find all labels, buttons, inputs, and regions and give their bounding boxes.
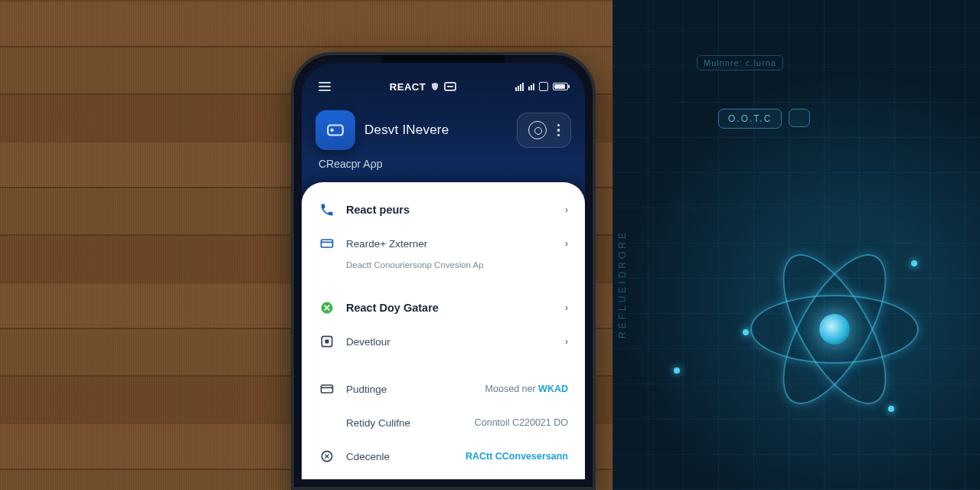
list-item[interactable]: Devetlour › xyxy=(302,325,585,358)
svg-rect-2 xyxy=(322,240,333,247)
more-icon[interactable] xyxy=(557,124,560,137)
module-icon xyxy=(318,333,335,350)
sync-icon xyxy=(318,448,335,465)
content-sheet: React peurs › Rearde+ Zxterner › Deactt … xyxy=(302,182,585,479)
list-item[interactable]: Cdecenle RACtt CConvesersann xyxy=(302,439,585,473)
wallet-icon xyxy=(318,381,335,397)
list-item[interactable]: Retidy Culifne Conntoil C220021 DO xyxy=(302,406,585,439)
chip-label: O.O.T.C xyxy=(718,109,782,129)
list-item-label: Cdecenle xyxy=(346,451,390,462)
decor-label: Mulnnre: c.lurna xyxy=(697,55,783,70)
card-mini-icon xyxy=(444,82,456,91)
app-title: Desvt INevere xyxy=(364,122,449,138)
card-icon xyxy=(318,235,335,252)
header-actions xyxy=(517,113,572,148)
list-item[interactable]: Pudtinge Moosed ner WKAD xyxy=(302,372,585,406)
chip-icon xyxy=(789,109,810,127)
app-header: Desvt INevere xyxy=(302,100,585,158)
list-item-description: Deactt Conouriersonp Cnvesion Ap xyxy=(302,260,585,277)
tech-panel: Mulnnre: c.lurna O.O.T.C REFLUEIDRORE xyxy=(612,0,980,490)
atom-graphic xyxy=(735,230,934,429)
svg-rect-0 xyxy=(328,126,343,136)
visibility-icon[interactable] xyxy=(528,121,547,139)
badge-icon xyxy=(318,299,335,316)
battery-icon xyxy=(553,83,568,90)
status-brand-label: REACT xyxy=(390,81,426,93)
chevron-right-icon: › xyxy=(565,204,568,215)
status-bar: REACT xyxy=(302,74,585,100)
menu-icon[interactable] xyxy=(318,82,331,91)
app-tile-icon[interactable] xyxy=(315,110,355,150)
wifi-icon xyxy=(528,83,534,90)
svg-point-1 xyxy=(331,129,334,132)
chevron-right-icon: › xyxy=(565,238,568,249)
svg-rect-7 xyxy=(322,385,333,393)
signal-icon xyxy=(515,83,524,91)
shield-icon xyxy=(430,81,439,92)
list-item-label: Retidy Culifne xyxy=(346,417,410,429)
list-item-value: RACtt CConvesersann xyxy=(466,451,568,462)
phone-icon xyxy=(318,201,335,218)
list-item-label: React peurs xyxy=(346,204,410,216)
chevron-right-icon: › xyxy=(565,336,568,347)
list-item-value: Conntoil C220021 DO xyxy=(475,417,568,428)
list-item-label: Devetlour xyxy=(346,336,390,348)
chevron-right-icon: › xyxy=(565,302,568,313)
app-subtitle: CReacpr Aρp xyxy=(302,158,585,182)
blank-icon xyxy=(318,414,335,431)
svg-rect-6 xyxy=(325,340,329,344)
list-item-label: Pudtinge xyxy=(346,384,387,395)
atom-nucleus-icon xyxy=(819,314,850,345)
side-vertical-label: REFLUEIDRORE xyxy=(617,230,628,338)
list-item-value: Moosed ner WKAD xyxy=(485,384,568,394)
phone-screen: REACT Desvt INevere xyxy=(302,63,585,479)
list-item[interactable]: React peurs › xyxy=(302,193,585,227)
list-item[interactable]: Rearde+ Zxterner › xyxy=(302,227,585,260)
square-status-icon xyxy=(539,82,548,91)
phone-frame: REACT Desvt INevere xyxy=(291,52,596,490)
wood-background: REACT Desvt INevere xyxy=(0,0,612,490)
list-item-label: React Doy Gatare xyxy=(346,302,439,314)
list-item[interactable]: React Doy Gatare › xyxy=(302,291,585,325)
list-item-label: Rearde+ Zxterner xyxy=(346,238,427,250)
